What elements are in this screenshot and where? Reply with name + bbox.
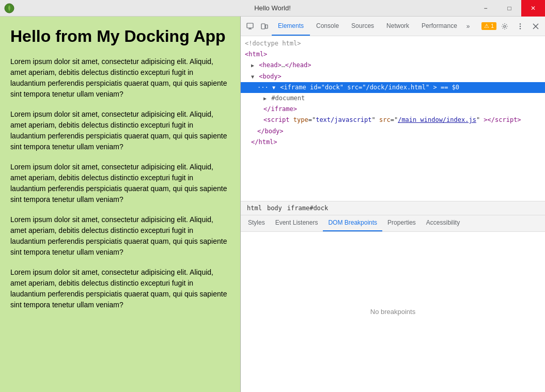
tab-event-listeners[interactable]: Event Listeners [270, 215, 323, 231]
title-bar: Hello World! − □ ✕ [0, 0, 545, 17]
dom-line-html[interactable]: <html> [241, 49, 545, 60]
svg-rect-4 [261, 24, 265, 29]
collapse-arrow-body[interactable]: ▼ [251, 74, 254, 80]
maximize-button[interactable]: □ [497, 0, 521, 17]
dom-line-iframe[interactable]: ··· ▼ <iframe id="dock" src="/dock/index… [241, 82, 545, 93]
paragraph-3: Lorem ipsum dolor sit amet, consectetur … [10, 162, 230, 205]
window-title: Hello World! [254, 4, 291, 12]
svg-point-6 [504, 25, 506, 27]
devtools-right-controls: ⚠ 1 [481, 19, 543, 34]
more-tabs-button[interactable]: » [463, 17, 473, 36]
app-icon [4, 3, 14, 13]
svg-rect-1 [247, 23, 253, 28]
dom-tree: <!doctype html> <html> ▶ <head>…</head> … [241, 36, 545, 201]
breadcrumb-iframe[interactable]: iframe#dock [285, 203, 330, 213]
tab-properties[interactable]: Properties [382, 215, 421, 231]
dom-line-head[interactable]: ▶ <head>…</head> [241, 60, 545, 71]
inspect-element-button[interactable] [243, 19, 257, 34]
devtools-panel: Elements Console Sources Network Perform… [240, 17, 545, 392]
breadcrumb-html[interactable]: html [245, 203, 264, 213]
tab-dom-breakpoints[interactable]: DOM Breakpoints [323, 215, 382, 231]
tab-console[interactable]: Console [310, 17, 345, 36]
breadcrumb-body[interactable]: body [265, 203, 284, 213]
bottom-tabs-bar: Styles Event Listeners DOM Breakpoints P… [241, 215, 545, 232]
page-heading: Hello from My Docking App [10, 27, 230, 46]
svg-point-7 [520, 23, 521, 24]
paragraph-1: Lorem ipsum dolor sit amet, consectetur … [10, 56, 230, 100]
tab-accessibility[interactable]: Accessibility [421, 215, 465, 231]
breadcrumb-bar: html body iframe#dock [241, 201, 545, 215]
paragraph-5: Lorem ipsum dolor sit amet, consectetur … [10, 267, 230, 310]
tab-network[interactable]: Network [380, 17, 415, 36]
dom-line-html-close[interactable]: </html> [241, 137, 545, 148]
dom-line-document[interactable]: ▶ #document [241, 93, 545, 104]
collapse-arrow-iframe[interactable]: ▼ [272, 85, 275, 90]
tab-styles[interactable]: Styles [243, 215, 270, 231]
devtools-tabs: Elements Console Sources Network Perform… [272, 17, 481, 36]
tab-performance[interactable]: Performance [415, 17, 463, 36]
devtools-settings-button[interactable] [497, 19, 512, 34]
app-window: Hello from My Docking App Lorem ipsum do… [0, 17, 545, 392]
warning-badge[interactable]: ⚠ 1 [481, 22, 496, 30]
close-button[interactable]: ✕ [521, 0, 545, 17]
tab-sources[interactable]: Sources [345, 17, 380, 36]
dom-line-doctype[interactable]: <!doctype html> [241, 38, 545, 49]
svg-point-8 [520, 25, 521, 26]
paragraph-2: Lorem ipsum dolor sit amet, consectetur … [10, 109, 230, 152]
dom-line-body-close[interactable]: </body> [241, 126, 545, 137]
devtools-toolbar: Elements Console Sources Network Perform… [241, 17, 545, 36]
content-area: Hello from My Docking App Lorem ipsum do… [0, 17, 240, 392]
svg-rect-5 [266, 25, 268, 28]
dom-line-body-open[interactable]: ▼ <body> [241, 71, 545, 82]
svg-point-9 [520, 28, 521, 29]
bottom-content: No breakpoints [241, 232, 545, 393]
no-breakpoints-text: No breakpoints [370, 308, 415, 316]
tab-elements[interactable]: Elements [272, 17, 310, 36]
devtools-close-button[interactable] [528, 19, 543, 34]
dom-line-iframe-close[interactable]: </iframe> [241, 104, 545, 115]
window-controls: − □ ✕ [474, 0, 545, 17]
device-toolbar-button[interactable] [257, 19, 272, 34]
collapse-arrow-document[interactable]: ▶ [263, 96, 267, 101]
paragraph-4: Lorem ipsum dolor sit amet, consectetur … [10, 214, 230, 258]
devtools-more-button[interactable] [513, 19, 527, 34]
minimize-button[interactable]: − [474, 0, 497, 17]
dom-line-script[interactable]: <script type="text/javascript" src="/mai… [241, 115, 545, 126]
collapse-arrow-head[interactable]: ▶ [251, 62, 254, 68]
